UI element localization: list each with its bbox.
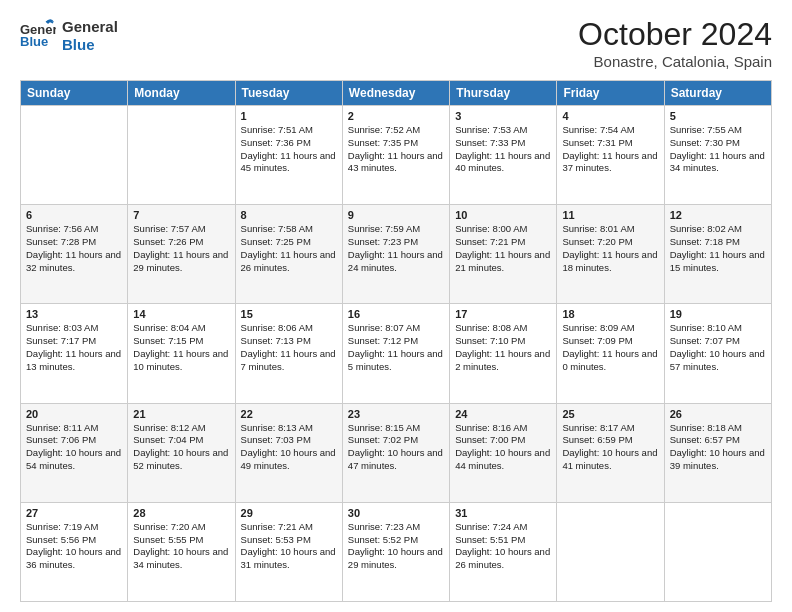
day-number: 16 xyxy=(348,308,444,320)
cell-details: Sunrise: 7:52 AMSunset: 7:35 PMDaylight:… xyxy=(348,124,444,175)
day-number: 18 xyxy=(562,308,658,320)
day-number: 6 xyxy=(26,209,122,221)
calendar-cell xyxy=(21,106,128,205)
calendar-cell: 2Sunrise: 7:52 AMSunset: 7:35 PMDaylight… xyxy=(342,106,449,205)
day-number: 28 xyxy=(133,507,229,519)
cell-details: Sunrise: 8:06 AMSunset: 7:13 PMDaylight:… xyxy=(241,322,337,373)
weekday-header-thursday: Thursday xyxy=(450,81,557,106)
calendar-cell: 12Sunrise: 8:02 AMSunset: 7:18 PMDayligh… xyxy=(664,205,771,304)
title-block: October 2024 Bonastre, Catalonia, Spain xyxy=(578,16,772,70)
cell-details: Sunrise: 7:24 AMSunset: 5:51 PMDaylight:… xyxy=(455,521,551,572)
day-number: 19 xyxy=(670,308,766,320)
weekday-header-tuesday: Tuesday xyxy=(235,81,342,106)
logo-text-line2: Blue xyxy=(62,36,118,54)
cell-details: Sunrise: 7:58 AMSunset: 7:25 PMDaylight:… xyxy=(241,223,337,274)
calendar-cell: 5Sunrise: 7:55 AMSunset: 7:30 PMDaylight… xyxy=(664,106,771,205)
cell-details: Sunrise: 7:54 AMSunset: 7:31 PMDaylight:… xyxy=(562,124,658,175)
calendar-table: SundayMondayTuesdayWednesdayThursdayFrid… xyxy=(20,80,772,602)
day-number: 4 xyxy=(562,110,658,122)
day-number: 21 xyxy=(133,408,229,420)
weekday-header-friday: Friday xyxy=(557,81,664,106)
day-number: 9 xyxy=(348,209,444,221)
cell-details: Sunrise: 8:15 AMSunset: 7:02 PMDaylight:… xyxy=(348,422,444,473)
cell-details: Sunrise: 8:09 AMSunset: 7:09 PMDaylight:… xyxy=(562,322,658,373)
day-number: 29 xyxy=(241,507,337,519)
calendar-cell: 21Sunrise: 8:12 AMSunset: 7:04 PMDayligh… xyxy=(128,403,235,502)
day-number: 13 xyxy=(26,308,122,320)
svg-text:Blue: Blue xyxy=(20,34,48,49)
weekday-header-saturday: Saturday xyxy=(664,81,771,106)
day-number: 31 xyxy=(455,507,551,519)
calendar-cell xyxy=(557,502,664,601)
calendar-cell: 8Sunrise: 7:58 AMSunset: 7:25 PMDaylight… xyxy=(235,205,342,304)
day-number: 24 xyxy=(455,408,551,420)
calendar-cell: 30Sunrise: 7:23 AMSunset: 5:52 PMDayligh… xyxy=(342,502,449,601)
cell-details: Sunrise: 8:10 AMSunset: 7:07 PMDaylight:… xyxy=(670,322,766,373)
weekday-header-monday: Monday xyxy=(128,81,235,106)
day-number: 10 xyxy=(455,209,551,221)
day-number: 14 xyxy=(133,308,229,320)
calendar-cell: 20Sunrise: 8:11 AMSunset: 7:06 PMDayligh… xyxy=(21,403,128,502)
day-number: 3 xyxy=(455,110,551,122)
cell-details: Sunrise: 7:20 AMSunset: 5:55 PMDaylight:… xyxy=(133,521,229,572)
calendar-cell: 16Sunrise: 8:07 AMSunset: 7:12 PMDayligh… xyxy=(342,304,449,403)
day-number: 11 xyxy=(562,209,658,221)
calendar-cell: 15Sunrise: 8:06 AMSunset: 7:13 PMDayligh… xyxy=(235,304,342,403)
calendar-cell xyxy=(128,106,235,205)
cell-details: Sunrise: 7:56 AMSunset: 7:28 PMDaylight:… xyxy=(26,223,122,274)
calendar-cell: 18Sunrise: 8:09 AMSunset: 7:09 PMDayligh… xyxy=(557,304,664,403)
calendar-cell: 28Sunrise: 7:20 AMSunset: 5:55 PMDayligh… xyxy=(128,502,235,601)
cell-details: Sunrise: 7:23 AMSunset: 5:52 PMDaylight:… xyxy=(348,521,444,572)
month-title: October 2024 xyxy=(578,16,772,53)
logo: General Blue General Blue xyxy=(20,16,118,56)
weekday-header-wednesday: Wednesday xyxy=(342,81,449,106)
day-number: 30 xyxy=(348,507,444,519)
calendar-cell: 7Sunrise: 7:57 AMSunset: 7:26 PMDaylight… xyxy=(128,205,235,304)
calendar-cell: 9Sunrise: 7:59 AMSunset: 7:23 PMDaylight… xyxy=(342,205,449,304)
page-header: General Blue General Blue October 2024 B… xyxy=(20,16,772,70)
cell-details: Sunrise: 8:03 AMSunset: 7:17 PMDaylight:… xyxy=(26,322,122,373)
cell-details: Sunrise: 8:00 AMSunset: 7:21 PMDaylight:… xyxy=(455,223,551,274)
cell-details: Sunrise: 7:51 AMSunset: 7:36 PMDaylight:… xyxy=(241,124,337,175)
day-number: 1 xyxy=(241,110,337,122)
day-number: 5 xyxy=(670,110,766,122)
calendar-cell: 25Sunrise: 8:17 AMSunset: 6:59 PMDayligh… xyxy=(557,403,664,502)
calendar-cell: 23Sunrise: 8:15 AMSunset: 7:02 PMDayligh… xyxy=(342,403,449,502)
calendar-cell: 13Sunrise: 8:03 AMSunset: 7:17 PMDayligh… xyxy=(21,304,128,403)
cell-details: Sunrise: 8:02 AMSunset: 7:18 PMDaylight:… xyxy=(670,223,766,274)
day-number: 26 xyxy=(670,408,766,420)
day-number: 23 xyxy=(348,408,444,420)
cell-details: Sunrise: 8:01 AMSunset: 7:20 PMDaylight:… xyxy=(562,223,658,274)
calendar-cell: 22Sunrise: 8:13 AMSunset: 7:03 PMDayligh… xyxy=(235,403,342,502)
cell-details: Sunrise: 8:12 AMSunset: 7:04 PMDaylight:… xyxy=(133,422,229,473)
cell-details: Sunrise: 8:18 AMSunset: 6:57 PMDaylight:… xyxy=(670,422,766,473)
cell-details: Sunrise: 8:08 AMSunset: 7:10 PMDaylight:… xyxy=(455,322,551,373)
calendar-cell: 19Sunrise: 8:10 AMSunset: 7:07 PMDayligh… xyxy=(664,304,771,403)
logo-text-line1: General xyxy=(62,18,118,36)
calendar-cell: 3Sunrise: 7:53 AMSunset: 7:33 PMDaylight… xyxy=(450,106,557,205)
day-number: 2 xyxy=(348,110,444,122)
cell-details: Sunrise: 7:55 AMSunset: 7:30 PMDaylight:… xyxy=(670,124,766,175)
cell-details: Sunrise: 8:17 AMSunset: 6:59 PMDaylight:… xyxy=(562,422,658,473)
cell-details: Sunrise: 7:21 AMSunset: 5:53 PMDaylight:… xyxy=(241,521,337,572)
calendar-cell: 31Sunrise: 7:24 AMSunset: 5:51 PMDayligh… xyxy=(450,502,557,601)
cell-details: Sunrise: 8:04 AMSunset: 7:15 PMDaylight:… xyxy=(133,322,229,373)
cell-details: Sunrise: 7:53 AMSunset: 7:33 PMDaylight:… xyxy=(455,124,551,175)
weekday-header-sunday: Sunday xyxy=(21,81,128,106)
calendar-cell: 6Sunrise: 7:56 AMSunset: 7:28 PMDaylight… xyxy=(21,205,128,304)
calendar-cell: 1Sunrise: 7:51 AMSunset: 7:36 PMDaylight… xyxy=(235,106,342,205)
cell-details: Sunrise: 8:07 AMSunset: 7:12 PMDaylight:… xyxy=(348,322,444,373)
cell-details: Sunrise: 8:16 AMSunset: 7:00 PMDaylight:… xyxy=(455,422,551,473)
day-number: 17 xyxy=(455,308,551,320)
calendar-cell xyxy=(664,502,771,601)
calendar-cell: 14Sunrise: 8:04 AMSunset: 7:15 PMDayligh… xyxy=(128,304,235,403)
day-number: 15 xyxy=(241,308,337,320)
cell-details: Sunrise: 7:59 AMSunset: 7:23 PMDaylight:… xyxy=(348,223,444,274)
calendar-cell: 27Sunrise: 7:19 AMSunset: 5:56 PMDayligh… xyxy=(21,502,128,601)
calendar-cell: 10Sunrise: 8:00 AMSunset: 7:21 PMDayligh… xyxy=(450,205,557,304)
calendar-cell: 29Sunrise: 7:21 AMSunset: 5:53 PMDayligh… xyxy=(235,502,342,601)
cell-details: Sunrise: 7:57 AMSunset: 7:26 PMDaylight:… xyxy=(133,223,229,274)
day-number: 25 xyxy=(562,408,658,420)
calendar-cell: 26Sunrise: 8:18 AMSunset: 6:57 PMDayligh… xyxy=(664,403,771,502)
day-number: 20 xyxy=(26,408,122,420)
